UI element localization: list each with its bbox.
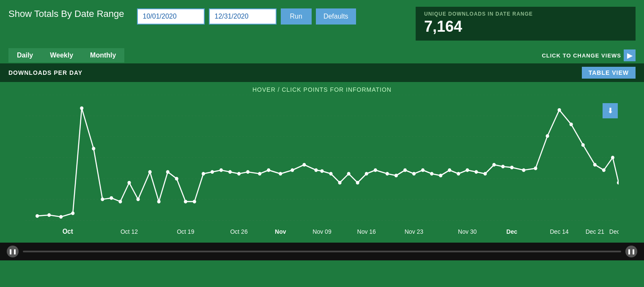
svg-text:Nov 23: Nov 23 xyxy=(405,228,423,235)
svg-text:Oct 26: Oct 26 xyxy=(230,228,247,235)
svg-point-14 xyxy=(36,214,39,218)
svg-point-26 xyxy=(157,200,161,204)
tab-daily[interactable]: Daily xyxy=(8,48,41,63)
svg-point-61 xyxy=(483,172,487,176)
svg-text:Nov 09: Nov 09 xyxy=(312,228,331,235)
svg-point-21 xyxy=(110,196,113,200)
svg-text:Nov: Nov xyxy=(275,228,286,235)
svg-point-30 xyxy=(193,200,196,204)
svg-point-23 xyxy=(128,181,131,185)
scroll-handle-right[interactable]: ❚❚ xyxy=(625,246,637,257)
tab-weekly[interactable]: Weekly xyxy=(41,48,82,63)
svg-text:Dec 28: Dec 28 xyxy=(609,228,619,235)
change-views-label: CLICK TO CHANGE VIEWS xyxy=(542,52,621,59)
svg-point-62 xyxy=(492,163,496,167)
svg-point-67 xyxy=(546,134,549,138)
svg-point-19 xyxy=(92,147,95,150)
svg-point-66 xyxy=(534,167,537,170)
run-button[interactable]: Run xyxy=(281,8,312,25)
tabs-row: Daily Weekly Monthly CLICK TO CHANGE VIE… xyxy=(0,45,644,63)
defaults-button[interactable]: Defaults xyxy=(316,8,356,25)
end-date-input[interactable] xyxy=(209,8,277,25)
line-chart-svg[interactable]: 0 50 100 150 200 250 300 xyxy=(25,95,619,238)
tab-monthly[interactable]: Monthly xyxy=(82,48,124,63)
svg-point-17 xyxy=(71,211,74,215)
svg-point-41 xyxy=(302,163,306,167)
svg-point-24 xyxy=(137,197,140,201)
header-section: Show Totals By Date Range Run Defaults U… xyxy=(0,0,644,45)
svg-point-73 xyxy=(611,156,614,160)
chart-header-label: DOWNLOADS PER DAY xyxy=(8,69,82,76)
svg-point-70 xyxy=(581,143,585,147)
svg-point-27 xyxy=(166,170,170,174)
svg-point-37 xyxy=(258,172,261,176)
svg-point-60 xyxy=(474,170,478,174)
svg-text:Dec: Dec xyxy=(507,228,518,235)
svg-point-40 xyxy=(290,168,294,172)
svg-point-74 xyxy=(617,181,619,185)
svg-point-72 xyxy=(602,168,606,172)
svg-point-53 xyxy=(412,172,416,176)
svg-text:Nov 16: Nov 16 xyxy=(357,228,376,235)
svg-point-29 xyxy=(184,200,187,204)
svg-point-35 xyxy=(237,172,241,176)
svg-point-59 xyxy=(466,168,469,172)
svg-text:Dec 14: Dec 14 xyxy=(550,228,569,235)
svg-point-51 xyxy=(395,174,398,178)
svg-point-50 xyxy=(386,172,389,176)
unique-downloads-box: UNIQUE DOWNLOADS IN DATE RANGE 7,164 xyxy=(416,7,636,41)
scroll-track[interactable] xyxy=(23,251,621,252)
svg-point-38 xyxy=(267,168,270,172)
date-inputs-group: Run Defaults xyxy=(137,8,356,25)
svg-point-48 xyxy=(365,172,368,176)
svg-point-31 xyxy=(202,172,205,176)
svg-point-36 xyxy=(246,170,249,174)
svg-point-64 xyxy=(510,166,513,169)
svg-point-25 xyxy=(148,170,152,174)
scrollbar-area: ❚❚ ❚❚ xyxy=(0,243,644,260)
svg-point-16 xyxy=(59,215,63,219)
svg-point-65 xyxy=(522,168,526,172)
svg-point-42 xyxy=(314,168,318,172)
svg-point-52 xyxy=(403,168,407,172)
svg-text:Nov 30: Nov 30 xyxy=(458,228,477,235)
svg-point-57 xyxy=(448,168,451,172)
svg-point-63 xyxy=(501,165,504,169)
svg-text:Dec 21: Dec 21 xyxy=(586,228,604,235)
svg-point-34 xyxy=(228,170,232,174)
svg-point-71 xyxy=(593,163,597,167)
svg-point-49 xyxy=(374,168,377,172)
svg-point-20 xyxy=(101,197,104,201)
table-view-button[interactable]: TABLE VIEW xyxy=(582,67,636,79)
change-views-button[interactable]: CLICK TO CHANGE VIEWS ▶ xyxy=(542,49,636,61)
svg-point-15 xyxy=(47,213,51,217)
svg-point-68 xyxy=(558,108,561,112)
chart-hover-text: HOVER / CLICK POINTS FOR INFORMATION xyxy=(25,86,619,93)
scroll-handle-left[interactable]: ❚❚ xyxy=(7,246,19,257)
svg-point-44 xyxy=(329,172,333,176)
svg-text:Oct: Oct xyxy=(63,228,73,235)
download-button[interactable]: ⬇ xyxy=(603,103,618,118)
svg-point-39 xyxy=(279,172,282,176)
page-title: Show Totals By Date Range xyxy=(8,7,124,19)
svg-point-56 xyxy=(439,174,442,178)
svg-point-33 xyxy=(219,168,223,172)
svg-point-43 xyxy=(320,169,323,173)
svg-point-28 xyxy=(175,177,178,180)
svg-point-32 xyxy=(211,170,214,174)
chart-container: HOVER / CLICK POINTS FOR INFORMATION ⬇ 0… xyxy=(0,82,644,243)
change-views-icon: ▶ xyxy=(624,49,636,61)
svg-point-18 xyxy=(80,107,83,110)
chart-area: 0 50 100 150 200 250 300 xyxy=(25,95,619,238)
svg-point-69 xyxy=(570,123,573,126)
svg-point-46 xyxy=(347,172,351,176)
svg-text:Oct 12: Oct 12 xyxy=(121,228,138,235)
svg-point-47 xyxy=(356,181,359,185)
start-date-input[interactable] xyxy=(137,8,205,25)
svg-point-58 xyxy=(457,172,460,176)
svg-point-54 xyxy=(421,168,425,172)
svg-point-22 xyxy=(118,200,122,204)
svg-text:Oct 19: Oct 19 xyxy=(177,228,194,235)
svg-point-55 xyxy=(430,172,433,176)
unique-downloads-value: 7,164 xyxy=(424,18,627,36)
